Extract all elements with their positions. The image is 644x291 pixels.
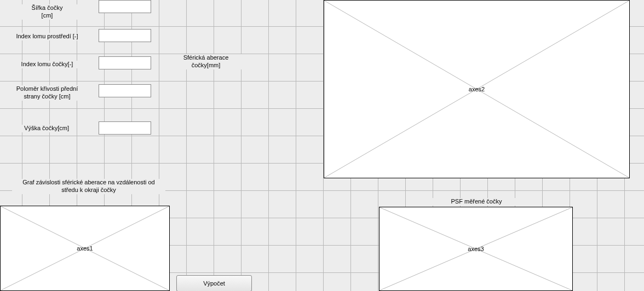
- label-lens-index: Index lomu čočky[-]: [14, 61, 80, 68]
- label-medium-index: Index lomu prostředí [-]: [10, 33, 84, 40]
- input-lens-index[interactable]: [99, 56, 151, 69]
- axes2-plot: axes2: [324, 0, 630, 178]
- label-spherical-aberration: Sférická aberacečočky[mm]: [170, 54, 242, 69]
- label-aberration-graph: Graf závislosti sférické aberace na vzdá…: [12, 179, 165, 194]
- input-lens-height[interactable]: [99, 121, 151, 135]
- axes3-plot: axes3: [379, 207, 573, 291]
- input-front-radius[interactable]: [99, 84, 151, 97]
- axes1-plot: axes1: [0, 206, 170, 291]
- label-lens-height: Výška čočky[cm]: [19, 125, 74, 132]
- label-psf: PSF měřené čočky: [433, 198, 520, 206]
- input-lens-width[interactable]: [99, 0, 151, 13]
- label-front-radius: Poloměr křivosti přednístrany čočky [cm]: [12, 85, 82, 101]
- compute-button[interactable]: Výpočet: [176, 275, 252, 291]
- label-lens-width: Šířka čočky[cm]: [14, 4, 80, 20]
- input-medium-index[interactable]: [99, 29, 151, 42]
